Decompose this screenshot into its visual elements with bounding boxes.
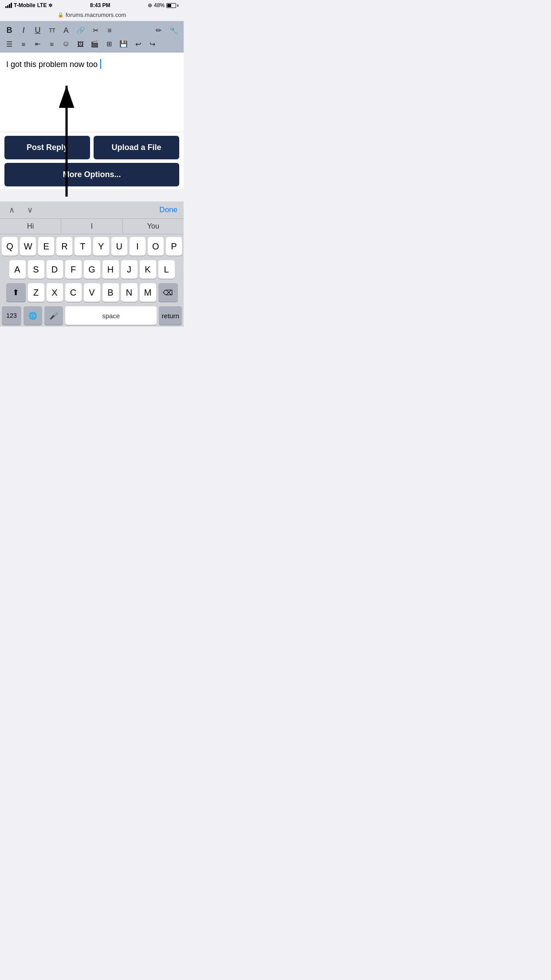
network-type: LTE [37, 2, 47, 8]
key-s[interactable]: S [28, 260, 44, 279]
key-l[interactable]: L [158, 260, 175, 279]
italic-button[interactable]: I [19, 25, 28, 36]
autocomplete-you[interactable]: You [123, 219, 184, 234]
more-options-button[interactable]: More Options... [4, 163, 179, 186]
link-button[interactable]: 🔗 [75, 25, 86, 36]
bullet-list-button[interactable]: ☰ [4, 39, 14, 49]
key-i[interactable]: I [130, 237, 146, 256]
nav-up-button[interactable]: ∧ [6, 204, 17, 216]
autocomplete-i[interactable]: I [61, 219, 122, 234]
mic-button[interactable]: 🎤 [44, 306, 63, 325]
carrier-name: T-Mobile [14, 2, 35, 8]
toolbar-right: ✏ 🔧 [153, 25, 179, 36]
key-u[interactable]: U [111, 237, 127, 256]
status-time: 8:43 PM [90, 2, 110, 8]
image-button[interactable]: 🖼 [75, 40, 85, 49]
outdent-button[interactable]: ⇤ [33, 39, 43, 49]
editor-toolbar: B I U TT A 🔗 ✂ ≡ ✏ 🔧 ☰ ≡ ⇤ ≡ ☺ 🖼 [0, 21, 184, 52]
key-row-4: 123 🌐 🎤 space return [2, 306, 182, 325]
battery-percent: 48% [154, 2, 165, 8]
format-group: B I U TT A 🔗 ✂ ≡ [4, 25, 114, 36]
keyboard-nav: ∧ ∨ Done [0, 202, 184, 219]
lock-icon: 🔒 [58, 12, 64, 18]
text-editor[interactable]: I got this problem now too [0, 52, 184, 132]
text-cursor [100, 59, 101, 69]
key-z[interactable]: Z [28, 283, 44, 302]
key-m[interactable]: M [140, 283, 156, 302]
post-reply-button[interactable]: Post Reply [4, 136, 90, 159]
return-button[interactable]: return [159, 306, 182, 325]
font-color-button[interactable]: A [61, 25, 71, 36]
url-bar[interactable]: 🔒 forums.macrumors.com [0, 10, 184, 21]
key-row-3: ⬆ Z X C V B N M ⌫ [2, 283, 182, 302]
undo-button[interactable]: ↩ [133, 39, 143, 49]
toolbar-row-1: B I U TT A 🔗 ✂ ≡ ✏ 🔧 [4, 25, 179, 36]
nav-down-button[interactable]: ∨ [24, 204, 35, 216]
unformat-button[interactable]: ✂ [91, 25, 100, 36]
key-k[interactable]: K [140, 260, 156, 279]
keyboard: Q W E R T Y U I O P A S D F G H J K L ⬆ … [0, 234, 184, 327]
media-button[interactable]: 🎬 [90, 39, 100, 49]
battery-icon [166, 3, 178, 8]
key-p[interactable]: P [166, 237, 182, 256]
key-w[interactable]: W [20, 237, 36, 256]
toolbar-row-2: ☰ ≡ ⇤ ≡ ☺ 🖼 🎬 ⊞ 💾 ↩ ↪ [4, 39, 179, 49]
autocomplete-hi[interactable]: Hi [0, 219, 61, 234]
key-y[interactable]: Y [93, 237, 109, 256]
globe-button[interactable]: 🌐 [24, 306, 42, 325]
key-b[interactable]: B [102, 283, 119, 302]
key-j[interactable]: J [121, 260, 138, 279]
key-g[interactable]: G [84, 260, 100, 279]
network-activity-icon: ✲ [48, 3, 52, 8]
space-button[interactable]: space [65, 306, 157, 325]
font-size-button[interactable]: TT [47, 26, 57, 35]
align-left-button[interactable]: ≡ [47, 40, 57, 49]
table-button[interactable]: ⊞ [104, 39, 114, 49]
save-button[interactable]: 💾 [118, 39, 129, 49]
key-c[interactable]: C [65, 283, 82, 302]
underline-button[interactable]: U [33, 25, 43, 36]
key-n[interactable]: N [121, 283, 138, 302]
key-r[interactable]: R [56, 237, 72, 256]
editor-content: I got this problem now too [6, 59, 177, 71]
status-left: T-Mobile LTE ✲ [5, 2, 52, 8]
key-row-1: Q W E R T Y U I O P [2, 237, 182, 256]
wrench-button[interactable]: 🔧 [169, 25, 179, 36]
align-button[interactable]: ≡ [105, 26, 114, 36]
key-e[interactable]: E [38, 237, 54, 256]
key-o[interactable]: O [148, 237, 164, 256]
bold-button[interactable]: B [4, 25, 14, 36]
signal-bars-icon [5, 3, 12, 8]
key-a[interactable]: A [9, 260, 26, 279]
numbers-button[interactable]: 123 [2, 306, 21, 325]
key-row-2: A S D F G H J K L [2, 260, 182, 279]
erase-button[interactable]: ✏ [153, 25, 163, 36]
key-x[interactable]: X [47, 283, 63, 302]
autocomplete-bar: Hi I You [0, 219, 184, 234]
done-button[interactable]: Done [159, 205, 177, 214]
key-d[interactable]: D [47, 260, 63, 279]
list-group: ☰ ≡ ⇤ ≡ ☺ 🖼 🎬 ⊞ 💾 ↩ ↪ [4, 39, 157, 49]
numbered-list-button[interactable]: ≡ [19, 40, 28, 49]
nav-arrows: ∧ ∨ [6, 204, 35, 216]
keyboard-section: ∧ ∨ Done Hi I You Q W E R T Y U I O P A … [0, 202, 184, 327]
key-v[interactable]: V [84, 283, 100, 302]
url-text: forums.macrumors.com [66, 12, 126, 18]
key-h[interactable]: H [102, 260, 119, 279]
shift-button[interactable]: ⬆ [6, 283, 26, 302]
status-right: ⊕ 48% [148, 2, 178, 8]
primary-btn-row: Post Reply Upload a File [4, 136, 179, 159]
emoji-button[interactable]: ☺ [61, 39, 71, 49]
status-bar: T-Mobile LTE ✲ 8:43 PM ⊕ 48% [0, 0, 184, 10]
action-buttons: Post Reply Upload a File More Options... [0, 132, 184, 189]
screen-lock-icon: ⊕ [148, 2, 152, 8]
key-q[interactable]: Q [2, 237, 18, 256]
upload-file-button[interactable]: Upload a File [94, 136, 179, 159]
key-t[interactable]: T [75, 237, 91, 256]
delete-button[interactable]: ⌫ [158, 283, 178, 302]
main-content: B I U TT A 🔗 ✂ ≡ ✏ 🔧 ☰ ≡ ⇤ ≡ ☺ 🖼 [0, 21, 184, 189]
key-f[interactable]: F [65, 260, 82, 279]
redo-button[interactable]: ↪ [147, 39, 157, 49]
